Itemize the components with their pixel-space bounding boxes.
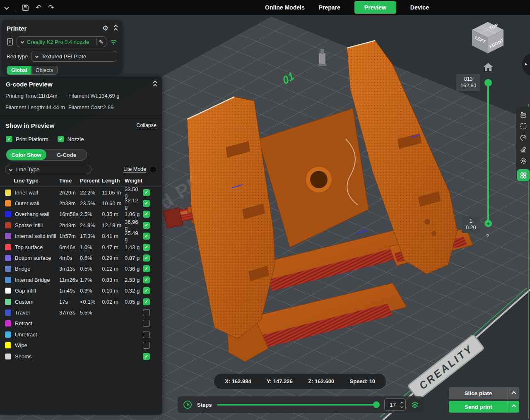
line-percent: 0.6%: [80, 255, 102, 261]
line-visibility-checkbox[interactable]: ✓: [143, 222, 150, 229]
line-color-swatch: [5, 255, 11, 261]
line-color-swatch: [5, 331, 11, 338]
select-divider: [96, 38, 96, 45]
line-time: 11m26s: [59, 277, 80, 283]
lite-mode-toggle[interactable]: [149, 166, 157, 173]
table-row: Bottom surface4m0s0.6%0.29 m0.87 g✓: [0, 252, 162, 263]
line-visibility-checkbox[interactable]: [143, 320, 150, 327]
nav-prepare[interactable]: Prepare: [319, 4, 340, 11]
line-percent: 17.3%: [80, 233, 102, 239]
line-length: 0.83 m: [102, 277, 125, 283]
line-percent: 1.7%: [80, 277, 102, 283]
line-visibility-checkbox[interactable]: ✓: [143, 276, 150, 283]
tab-global[interactable]: Global: [7, 66, 31, 74]
send-options-chevron[interactable]: [508, 401, 519, 413]
printer-panel-collapse-icon[interactable]: [114, 25, 117, 31]
home-view-icon[interactable]: [483, 62, 494, 72]
table-row: Overhang wall16m58s2.5%0.35 m1.06 g✓: [0, 209, 162, 220]
line-percent: 1.0%: [80, 244, 102, 250]
slice-options-chevron[interactable]: [508, 387, 519, 399]
layer-slider-help[interactable]: ?: [486, 233, 489, 240]
line-visibility-checkbox[interactable]: ✓: [143, 287, 150, 294]
printer-settings-gear-icon[interactable]: ⚙: [102, 24, 108, 33]
line-color-swatch: [5, 266, 11, 272]
table-row: Custom17s<0.1%0.02 m0.05 g✓: [0, 296, 162, 307]
line-color-swatch: [5, 310, 11, 316]
collapse-link[interactable]: Collapse: [136, 122, 157, 129]
edit-printer-icon[interactable]: ✎: [99, 39, 104, 45]
steps-spinner[interactable]: [401, 402, 405, 408]
steps-slider[interactable]: [217, 404, 379, 406]
speed-gauge-tool-icon[interactable]: [519, 133, 528, 142]
bed-type-select[interactable]: Textured PEI Plate: [31, 51, 117, 62]
undo-icon[interactable]: ↶: [36, 4, 41, 11]
layers-tool-icon[interactable]: [519, 110, 528, 119]
line-visibility-checkbox[interactable]: ✓: [143, 353, 150, 360]
save-icon[interactable]: [22, 4, 29, 11]
line-color-swatch: [5, 211, 11, 217]
support-tool-icon[interactable]: [519, 145, 528, 154]
layer-stack-icon[interactable]: [411, 401, 419, 408]
play-icon[interactable]: [183, 401, 192, 409]
line-visibility-checkbox[interactable]: ✓: [143, 298, 150, 305]
line-color-swatch: [5, 190, 11, 196]
nozzle-checkbox[interactable]: ✓: [58, 136, 64, 142]
layer-slider-bottom-handle[interactable]: +: [484, 220, 492, 227]
steps-label: Steps: [197, 402, 212, 408]
steps-slider-handle[interactable]: [373, 401, 380, 408]
line-type-table: Line Type Time Percent Length Weight Inn…: [0, 178, 162, 362]
line-visibility-checkbox[interactable]: ✓: [143, 265, 150, 272]
line-visibility-checkbox[interactable]: ✓: [143, 200, 150, 207]
print-platform-checkbox[interactable]: ✓: [6, 136, 12, 142]
send-print-button[interactable]: Send print: [449, 401, 519, 413]
line-visibility-checkbox[interactable]: [143, 309, 150, 316]
print-platform-label: Print Platform: [16, 136, 48, 142]
status-z: Z: 162.600: [308, 378, 334, 384]
view-cube[interactable]: TOP LEFT FRONT: [472, 22, 504, 57]
gcode-stats: Printing Time:11h14m Filament Wt:134.69 …: [0, 88, 162, 110]
layer-bottom-number: 1: [466, 218, 476, 224]
line-type-label: Bottom surface: [15, 255, 59, 261]
gcode-panel-collapse-icon[interactable]: [154, 81, 157, 87]
header-length: Length: [102, 178, 125, 184]
preview-checkboxes: ✓ Print Platform ✓ Nozzle: [0, 129, 162, 142]
line-type-label: Internal Bridge: [15, 277, 59, 283]
line-visibility-checkbox[interactable]: [143, 342, 150, 349]
wifi-icon[interactable]: [110, 39, 117, 45]
machine-gear-tool-icon[interactable]: [519, 157, 528, 166]
pattern-clover-tool-icon[interactable]: [517, 169, 530, 181]
send-print-label: Send print: [449, 401, 508, 413]
line-visibility-checkbox[interactable]: ✓: [143, 254, 150, 262]
color-show-tab[interactable]: Color Show: [6, 149, 46, 160]
layer-slider-track[interactable]: [487, 83, 489, 223]
slice-plate-button[interactable]: Slice plate: [449, 387, 519, 399]
table-row: Unretract: [0, 329, 162, 340]
lite-mode-link[interactable]: Lite Mode: [123, 166, 146, 173]
header-time: Time: [59, 178, 80, 184]
table-row: Inner wall2h29m22.2%11.05 m33.50 g✓: [0, 187, 162, 198]
layer-slider-top-handle[interactable]: [484, 79, 492, 86]
table-row: Seams✓: [0, 351, 162, 362]
layer-bottom-tooltip: 1 0.20: [462, 216, 480, 233]
menu-chevron-icon[interactable]: [4, 5, 9, 10]
line-visibility-checkbox[interactable]: ✓: [143, 244, 150, 251]
line-type-select[interactable]: Line Type: [5, 165, 92, 174]
line-visibility-checkbox[interactable]: ✓: [143, 211, 150, 218]
line-length: 0.12 m: [102, 266, 125, 272]
nav-device[interactable]: Device: [410, 4, 429, 11]
nav-preview[interactable]: Preview: [354, 1, 396, 14]
line-type-label: Internal solid infill: [15, 233, 59, 239]
printer-model-select[interactable]: Creality K2 Pro 0.4 nozzle ✎: [17, 36, 106, 47]
line-visibility-checkbox[interactable]: ✓: [143, 189, 150, 196]
table-row: Retract: [0, 318, 162, 329]
tab-objects[interactable]: Objects: [31, 66, 57, 74]
nav-online-models[interactable]: Online Models: [265, 4, 305, 11]
line-color-swatch: [5, 299, 11, 305]
frame-select-tool-icon[interactable]: [519, 122, 528, 130]
line-visibility-checkbox[interactable]: ✓: [143, 233, 150, 240]
line-visibility-checkbox[interactable]: [143, 331, 150, 338]
steps-value-input[interactable]: 17: [384, 398, 406, 411]
line-time: 4m0s: [59, 255, 80, 261]
redo-icon[interactable]: ↷: [48, 4, 54, 11]
gcode-tab[interactable]: G-Code: [46, 149, 87, 160]
